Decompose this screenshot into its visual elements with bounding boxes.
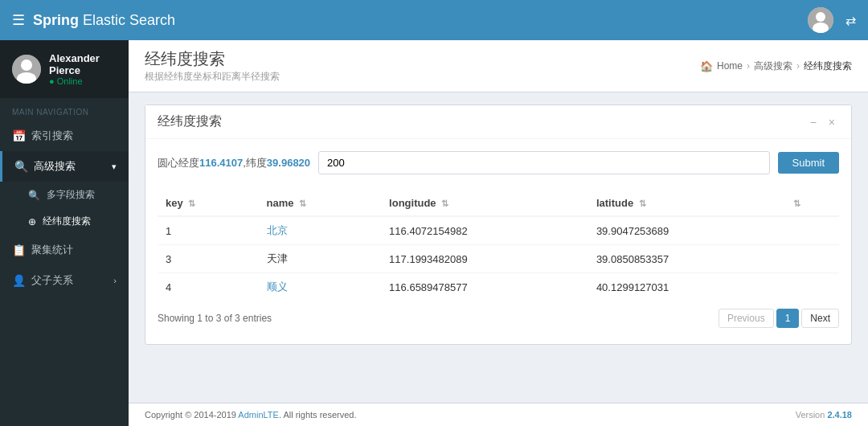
previous-button[interactable]: Previous bbox=[719, 309, 774, 328]
box-title: 经纬度搜索 bbox=[158, 113, 222, 130]
user-info: Alexander Pierce Online bbox=[49, 52, 117, 86]
search-form: 圆心经度116.4107,纬度39.96820 Submit bbox=[158, 151, 839, 174]
col-key[interactable]: key ⇅ bbox=[158, 190, 259, 216]
brand-light: Elastic Search bbox=[79, 12, 175, 28]
sidebar-item-agg-label: 聚集统计 bbox=[31, 243, 73, 257]
breadcrumb-home[interactable]: Home bbox=[717, 60, 743, 72]
footer-text: Copyright © 2014-2019 AdminLTE. All righ… bbox=[145, 410, 357, 420]
cell-extra bbox=[783, 245, 839, 273]
hamburger-icon[interactable]: ☰ bbox=[12, 11, 25, 29]
sidebar-item-geo-label: 经纬度搜索 bbox=[43, 215, 91, 228]
sidebar-item-advanced[interactable]: 🔍 高级搜索 ▾ bbox=[0, 151, 129, 182]
table-row: 4顺义116.658947857740.1299127031 bbox=[158, 273, 839, 301]
next-button[interactable]: Next bbox=[801, 309, 839, 328]
search-label: 圆心经度116.4107,纬度39.96820 bbox=[158, 156, 310, 170]
version-prefix: Version bbox=[796, 410, 828, 420]
cell-longitude: 116.6589478577 bbox=[381, 273, 588, 301]
header-left: ☰ Spring Elastic Search bbox=[12, 11, 175, 29]
cell-key: 3 bbox=[158, 245, 259, 273]
pagination-area: Showing 1 to 3 of 3 entries Previous 1 N… bbox=[158, 301, 839, 332]
cell-key: 1 bbox=[158, 216, 259, 245]
search-icon: 🔍 bbox=[14, 160, 27, 173]
col-longitude[interactable]: longitude ⇅ bbox=[381, 190, 588, 216]
cell-name[interactable]: 顺义 bbox=[259, 273, 382, 301]
sidebar-item-parent[interactable]: 👤 父子关系 › bbox=[0, 265, 129, 296]
cell-extra bbox=[783, 273, 839, 301]
sort-icon-name: ⇅ bbox=[299, 199, 306, 208]
page-1-button[interactable]: 1 bbox=[776, 309, 800, 328]
user-icon: 👤 bbox=[12, 274, 25, 287]
user-name: Alexander Pierce bbox=[49, 52, 117, 76]
main-wrapper: Alexander Pierce Online MAIN NAVIGATION … bbox=[0, 40, 868, 426]
user-avatar bbox=[12, 55, 41, 84]
main-box: 经纬度搜索 − × 圆心经度116.4107,纬度39.96820 Submit bbox=[145, 104, 852, 345]
version-number: 2.4.18 bbox=[827, 410, 852, 420]
breadcrumb: 🏠 Home › 高级搜索 › 经纬度搜索 bbox=[700, 59, 852, 73]
box-body: 圆心经度116.4107,纬度39.96820 Submit key ⇅ nam… bbox=[145, 139, 851, 344]
svg-point-4 bbox=[21, 59, 32, 71]
header-right: ⇄ bbox=[808, 7, 856, 33]
table-header-row: key ⇅ name ⇅ longitude ⇅ latitude ⇅ ⇅ bbox=[158, 190, 839, 216]
longitude-value: 116.4107 bbox=[199, 157, 243, 169]
breadcrumb-advanced[interactable]: 高级搜索 bbox=[754, 59, 792, 73]
breadcrumb-current: 经纬度搜索 bbox=[804, 59, 852, 73]
page-title: 经纬度搜索 bbox=[145, 48, 280, 70]
table-row: 3天津117.199348208939.0850853357 bbox=[158, 245, 839, 273]
content-header: 经纬度搜索 根据经纬度坐标和距离半径搜索 🏠 Home › 高级搜索 › 经纬度… bbox=[129, 40, 868, 92]
sidebar-item-geo[interactable]: ⊕ 经纬度搜索 bbox=[0, 208, 129, 235]
col-name[interactable]: name ⇅ bbox=[259, 190, 382, 216]
content-area: 经纬度搜索 根据经纬度坐标和距离半径搜索 🏠 Home › 高级搜索 › 经纬度… bbox=[129, 40, 868, 426]
sidebar: Alexander Pierce Online MAIN NAVIGATION … bbox=[0, 40, 129, 426]
sidebar-item-multi-label: 多字段搜索 bbox=[47, 188, 95, 202]
user-status: Online bbox=[49, 76, 117, 86]
radius-input[interactable] bbox=[318, 151, 769, 174]
footer-link[interactable]: AdminLTE bbox=[238, 410, 279, 420]
svg-point-1 bbox=[816, 12, 825, 22]
home-icon: 🏠 bbox=[700, 60, 713, 72]
sidebar-item-index[interactable]: 📅 索引搜索 bbox=[0, 121, 129, 151]
footer: Copyright © 2014-2019 AdminLTE. All righ… bbox=[129, 403, 868, 426]
cell-extra bbox=[783, 216, 839, 245]
cell-latitude: 39.9047253689 bbox=[588, 216, 783, 245]
sort-icon-longitude: ⇅ bbox=[441, 199, 448, 208]
latitude-value: 39.96820 bbox=[267, 157, 310, 169]
header-avatar[interactable] bbox=[808, 7, 833, 33]
sidebar-item-agg[interactable]: 📋 聚集统计 bbox=[0, 235, 129, 265]
cell-latitude: 39.0850853357 bbox=[588, 245, 783, 273]
sort-icon-extra: ⇅ bbox=[793, 199, 800, 208]
col-extra[interactable]: ⇅ bbox=[783, 190, 839, 216]
cell-longitude: 116.4072154982 bbox=[381, 216, 588, 245]
data-table: key ⇅ name ⇅ longitude ⇅ latitude ⇅ ⇅ 1北… bbox=[158, 190, 839, 301]
footer-copyright: Copyright © 2014-2019 bbox=[145, 410, 238, 420]
minimize-button[interactable]: − bbox=[806, 114, 821, 130]
close-button[interactable]: × bbox=[825, 114, 839, 130]
nav-label: MAIN NAVIGATION bbox=[0, 98, 129, 121]
chevron-right-icon: › bbox=[113, 276, 117, 285]
cell-key: 4 bbox=[158, 273, 259, 301]
footer-rights: . All rights reserved. bbox=[279, 410, 357, 420]
content-header-left: 经纬度搜索 根据经纬度坐标和距离半径搜索 bbox=[145, 48, 280, 84]
cell-longitude: 117.1993482089 bbox=[381, 245, 588, 273]
sort-icon-latitude: ⇅ bbox=[639, 199, 646, 208]
app-brand: Spring Elastic Search bbox=[33, 12, 175, 29]
sidebar-item-multi[interactable]: 🔍 多字段搜索 bbox=[0, 182, 129, 208]
submit-button[interactable]: Submit bbox=[778, 152, 839, 174]
table-row: 1北京116.407215498239.9047253689 bbox=[158, 216, 839, 245]
search-sub-icon: 🔍 bbox=[28, 190, 40, 201]
sidebar-item-parent-label: 父子关系 bbox=[31, 273, 73, 288]
sidebar-item-advanced-label: 高级搜索 bbox=[34, 159, 76, 174]
col-latitude[interactable]: latitude ⇅ bbox=[588, 190, 783, 216]
list-icon: 📋 bbox=[12, 244, 25, 256]
calendar-icon: 📅 bbox=[12, 129, 25, 142]
version-text: Version 2.4.18 bbox=[796, 410, 852, 420]
sort-icon-key: ⇅ bbox=[188, 199, 195, 208]
cell-name: 天津 bbox=[259, 245, 382, 273]
share-icon[interactable]: ⇄ bbox=[845, 13, 856, 28]
cell-name[interactable]: 北京 bbox=[259, 216, 382, 245]
breadcrumb-sep-2: › bbox=[796, 60, 800, 72]
brand-strong: Spring bbox=[33, 12, 79, 28]
breadcrumb-sep-1: › bbox=[747, 60, 750, 72]
pagination: Previous 1 Next bbox=[719, 309, 839, 328]
plus-circle-icon: ⊕ bbox=[28, 216, 36, 227]
sidebar-item-index-label: 索引搜索 bbox=[31, 129, 73, 143]
